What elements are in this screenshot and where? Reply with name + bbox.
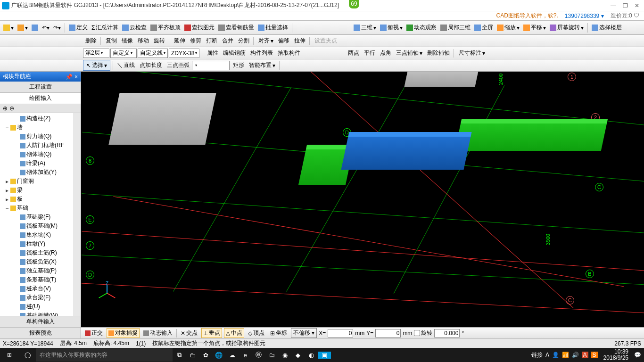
point-length-button[interactable]: 点加长度 [137,61,164,70]
3d-canvas[interactable]: 8 E 7 D D C B C 1 2 2400 3900 [81,72,644,327]
fullscreen-button[interactable]: 全屏 [473,23,495,33]
rotate-button[interactable]: 旋转 [151,36,166,45]
local-3d-button[interactable]: 局部三维 [439,23,472,33]
stretch-button[interactable]: 拉伸 [292,36,307,45]
tree-node[interactable]: 筏板主筋(R) [0,248,73,257]
user-phone[interactable]: 13907298339 ▾ [565,13,604,19]
edit-rebar-button[interactable]: 编辑钢筋 [221,49,247,58]
notification-badge[interactable]: 69 [349,0,359,8]
dynamic-input-toggle[interactable]: 动态输入 [141,328,174,338]
undo-button[interactable]: ↶▾ [41,24,51,32]
start-button[interactable]: ⊞ [0,352,19,358]
new-file-button[interactable]: ▾ [2,24,15,32]
taskbar-app-1[interactable]: 🗀 [186,352,199,359]
delete-aux-button[interactable]: 删除辅轴 [425,49,451,58]
ortho-toggle[interactable]: 正交 [83,328,105,338]
properties-button[interactable]: 属性 [205,49,220,58]
tree-node[interactable]: −基础 [0,204,73,213]
move-button[interactable]: 移动 [135,36,150,45]
tree-node[interactable]: 暗梁(A) [0,159,73,168]
snap-coord[interactable]: ⊞ 坐标 [268,328,289,338]
delete-button[interactable]: 删除 [83,36,98,45]
taskbar-current-app[interactable]: ▣ [318,352,331,359]
smart-layout-button[interactable]: 智能布置▾ [247,61,277,70]
taskbar-app-4[interactable]: ☁ [225,352,239,359]
zoom-button[interactable]: 缩放▾ [495,23,521,33]
tray-sogou-icon[interactable]: S [591,352,598,358]
taskbar-app-6[interactable]: ◆ [291,352,305,359]
tree-node[interactable]: 桩(U) [0,302,73,311]
sidebar-close-icon[interactable]: × [74,74,78,80]
taskbar-edge-icon[interactable]: e [239,352,252,359]
tab-drawing-input[interactable]: 绘图输入 [0,93,81,104]
taskbar-search[interactable]: 在这里输入你要搜索的内容 [36,348,173,362]
line-button[interactable]: ＼ 直线 [116,61,136,70]
trim-button[interactable]: 修剪 [188,36,203,45]
maximize-button[interactable]: ❐ [623,2,628,9]
tree-node[interactable]: 承台梁(F) [0,293,73,302]
taskbar-explorer-icon[interactable]: 🗂 [265,352,278,359]
definition-button[interactable]: 定义 [67,23,89,33]
tray-ime-icon[interactable]: A [582,352,588,358]
tab-project-settings[interactable]: 工程设置 [0,82,81,93]
top-view-button[interactable]: 俯视▾ [379,23,404,33]
tray-people-icon[interactable]: 👤 [552,352,559,358]
rectangle-button[interactable]: 矩形 [231,61,246,70]
expand-icon[interactable]: ⊕ [3,105,8,112]
tree-node[interactable]: 基础板带(W) [0,311,73,316]
collapse-icon[interactable]: ⊖ [9,105,14,112]
snap-midpoint[interactable]: △ 中点 [224,328,244,338]
tree-node[interactable]: ▸门窗洞 [0,177,73,186]
three-point-arc-button[interactable]: 三点画弧 [165,61,191,70]
tree-node[interactable]: 集水坑(K) [0,230,73,239]
tree-node[interactable]: ▸板 [0,195,73,204]
y-input[interactable] [375,329,401,337]
split-button[interactable]: 分割 [236,36,251,45]
tree-node[interactable]: 条形基础(T) [0,275,73,284]
pick-element-button[interactable]: 拾取构件 [275,49,302,58]
merge-button[interactable]: 合并 [220,36,235,45]
tree-node[interactable]: −墙 [0,123,73,132]
tab-single-input[interactable]: 单构件输入 [0,316,81,327]
floor-dropdown[interactable]: 第2层▾ [83,49,109,58]
sum-calc-button[interactable]: Σ 汇总计算 [90,23,120,33]
tree-node[interactable]: ▸梁 [0,186,73,195]
tray-network-icon[interactable]: 📶 [562,352,569,358]
break-button[interactable]: 打断 [204,36,219,45]
tree-node[interactable]: 构造柱(Z) [0,114,73,123]
taskbar-ie-icon[interactable]: ⓔ [252,351,265,359]
tree-scrollbar[interactable] [73,113,81,316]
mirror-button[interactable]: 镜像 [119,36,134,45]
extend-button[interactable]: 延伸 [172,36,187,45]
arc-dropdown[interactable]: ▾ [192,61,230,70]
element-id-dropdown[interactable]: ZDYX-38▾ [169,49,199,58]
type-dropdown[interactable]: 自定义▾ [110,49,137,58]
taskbar-app-5[interactable]: ◉ [278,352,291,359]
tree-node[interactable]: 筏板负筋(X) [0,257,73,266]
pan-button[interactable]: 平移▾ [522,23,547,33]
snap-perpendicular[interactable]: ⊥ 垂点 [201,328,222,338]
x-input[interactable] [328,329,353,337]
cad-import-link[interactable]: CAD图纸导入软件，软?. [496,12,558,20]
taskbar-app-3[interactable]: 🌐 [212,352,225,359]
minimize-button[interactable]: — [611,2,616,9]
links-button[interactable]: 链接 [531,351,543,359]
view-gizmo[interactable]: Z [98,285,117,304]
osnap-toggle[interactable]: 对象捕捉 [107,328,140,338]
3d-view-button[interactable]: 三维▾ [352,23,378,33]
tab-report-preview[interactable]: 报表预览 [0,327,81,338]
action-center-icon[interactable]: 💬 [634,352,641,358]
parallel-button[interactable]: 平行 [362,49,377,58]
tree-node[interactable]: 基础梁(F) [0,213,73,222]
tree-node[interactable]: 筏板基础(M) [0,222,73,230]
clock[interactable]: 10:392018/9/25 [601,349,631,361]
element-tree[interactable]: 构造柱(Z)−墙剪力墙(Q)人防门框墙(RF砌体墙(Q)暗梁(A)砌体加筋(Y)… [0,113,73,316]
tree-node[interactable]: 人防门框墙(RF [0,141,73,150]
screen-rotate-button[interactable]: 屏幕旋转▾ [548,23,585,33]
align-top-button[interactable]: 平齐板顶 [149,23,182,33]
snap-vertex[interactable]: ◇ 顶点 [246,328,266,338]
close-button[interactable]: ✕ [635,2,639,9]
three-point-aux-button[interactable]: 三点辅轴▾ [394,49,424,58]
copy-button[interactable]: 复制 [103,36,118,45]
tree-node[interactable]: 砌体墙(Q) [0,150,73,159]
